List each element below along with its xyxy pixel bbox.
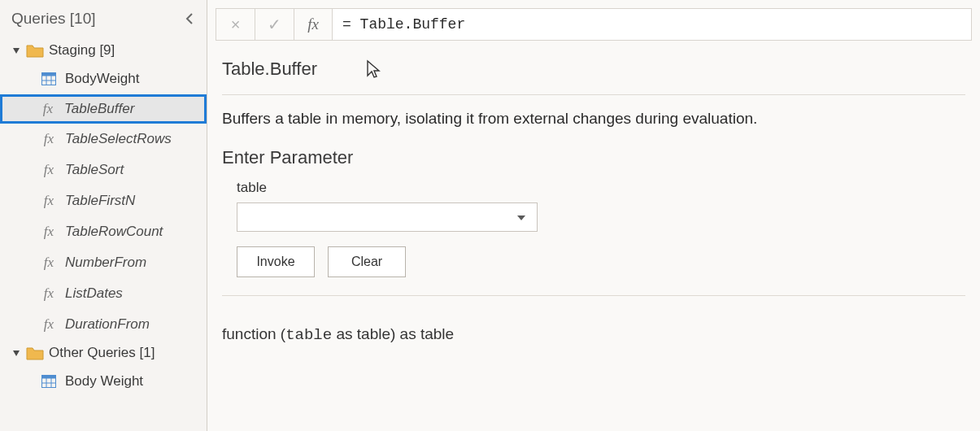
expand-icon — [11, 46, 21, 54]
table-icon — [41, 72, 57, 85]
query-label: TableSelectRows — [65, 131, 172, 147]
query-item-bodyweight[interactable]: BodyWeight — [0, 63, 207, 94]
fx-icon: fx — [307, 15, 319, 33]
main-panel: × ✓ fx Table.Buffer Buffers a table in m… — [207, 0, 980, 431]
query-label: TableSort — [65, 162, 124, 178]
queries-sidebar: Queries [10] Staging [9] — [0, 0, 207, 431]
group-staging[interactable]: Staging [9] — [0, 37, 207, 63]
group-label: Other Queries [1] — [49, 345, 155, 361]
divider — [222, 94, 965, 95]
query-label: TableRowCount — [65, 224, 163, 240]
table-parameter-select[interactable] — [237, 202, 538, 232]
fx-icon: fx — [41, 224, 57, 240]
close-icon: × — [231, 15, 241, 34]
query-item-body-weight[interactable]: Body Weight — [0, 366, 207, 397]
check-icon: ✓ — [268, 15, 281, 34]
param-label-table: table — [222, 180, 965, 202]
clear-button[interactable]: Clear — [328, 246, 406, 277]
query-label: BodyWeight — [65, 71, 139, 87]
cancel-button[interactable]: × — [216, 8, 255, 41]
formula-bar: × ✓ fx — [207, 0, 980, 47]
folder-icon — [26, 43, 44, 58]
query-item-durationfrom[interactable]: fx DurationFrom — [0, 309, 207, 340]
folder-icon — [26, 346, 44, 360]
query-item-numberfrom[interactable]: fx NumberFrom — [0, 247, 207, 278]
fx-icon: fx — [41, 162, 57, 178]
fx-icon: fx — [41, 131, 57, 147]
query-label: TableFirstN — [65, 193, 135, 209]
divider — [222, 295, 965, 296]
function-signature: function (table as table) as table — [222, 311, 965, 344]
query-item-tableselectrows[interactable]: fx TableSelectRows — [0, 124, 207, 155]
fx-icon: fx — [41, 316, 57, 333]
fx-icon: fx — [41, 285, 57, 302]
query-label: Body Weight — [65, 373, 143, 390]
signature-param: table — [285, 326, 332, 344]
queries-title: Queries [10] — [11, 10, 96, 28]
cursor-icon — [366, 59, 381, 79]
fx-icon: fx — [41, 255, 57, 271]
enter-parameter-heading: Enter Parameter — [222, 147, 965, 180]
expand-icon — [11, 349, 21, 357]
collapse-icon[interactable] — [184, 11, 195, 26]
group-label: Staging [9] — [49, 42, 115, 59]
function-title: Table.Buffer — [222, 59, 317, 80]
signature-suffix: as table) as table — [332, 325, 454, 342]
query-item-tablefirstn[interactable]: fx TableFirstN — [0, 185, 207, 216]
queries-header: Queries [10] — [0, 5, 207, 37]
query-item-tablebuffer[interactable]: fx TableBuffer — [0, 94, 207, 124]
function-info: Table.Buffer Buffers a table in memory, … — [207, 47, 980, 431]
query-label: ListDates — [65, 285, 123, 302]
query-label: TableBuffer — [64, 101, 134, 117]
function-description: Buffers a table in memory, isolating it … — [222, 110, 965, 147]
queries-tree: Staging [9] BodyWeight fx TableBuffer fx… — [0, 37, 207, 405]
group-other-queries[interactable]: Other Queries [1] — [0, 340, 207, 366]
query-item-listdates[interactable]: fx ListDates — [0, 278, 207, 309]
query-item-tablesort[interactable]: fx TableSort — [0, 155, 207, 185]
query-label: NumberFrom — [65, 255, 146, 271]
commit-button[interactable]: ✓ — [255, 8, 294, 41]
svg-rect-1 — [42, 73, 56, 76]
fx-icon: fx — [40, 101, 56, 117]
fx-button[interactable]: fx — [294, 8, 333, 41]
fx-icon: fx — [41, 193, 57, 209]
invoke-button[interactable]: Invoke — [237, 246, 315, 277]
query-item-tablerowcount[interactable]: fx TableRowCount — [0, 216, 207, 247]
query-label: DurationFrom — [65, 316, 150, 333]
formula-input[interactable] — [333, 8, 972, 41]
signature-prefix: function ( — [222, 325, 285, 342]
table-icon — [41, 375, 57, 388]
svg-rect-6 — [42, 376, 56, 379]
